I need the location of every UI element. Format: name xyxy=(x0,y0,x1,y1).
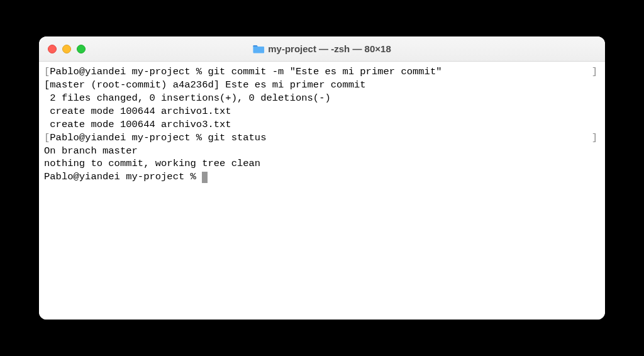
terminal-text: [master (root-commit) a4a236d] Este es m… xyxy=(44,79,366,91)
bracket-right: ] xyxy=(592,131,597,145)
bracket-left: [ xyxy=(44,66,50,77)
terminal-text: Pablo@yiandei my-project % git status xyxy=(50,132,266,143)
minimize-button[interactable] xyxy=(62,45,71,53)
terminal-line: nothing to commit, working tree clean xyxy=(44,157,600,170)
window-title: my-project — -zsh — 80×18 xyxy=(253,43,391,54)
folder-icon xyxy=(253,44,264,53)
bracket-left: [ xyxy=(44,132,50,143)
terminal-text: 2 files changed, 0 insertions(+), 0 dele… xyxy=(44,92,331,104)
terminal-line: 2 files changed, 0 insertions(+), 0 dele… xyxy=(44,92,600,105)
terminal-line: [Pablo@yiandei my-project % git status] xyxy=(44,131,600,145)
cursor xyxy=(202,172,208,183)
terminal-line: Pablo@yiandei my-project % xyxy=(44,170,600,184)
maximize-button[interactable] xyxy=(77,45,86,53)
terminal-text: Pablo@yiandei my-project % xyxy=(44,171,202,182)
close-button[interactable] xyxy=(48,45,57,53)
terminal-line: create mode 100644 archivo1.txt xyxy=(44,105,600,118)
title-bar: my-project — -zsh — 80×18 xyxy=(39,36,605,62)
terminal-text: create mode 100644 archivo3.txt xyxy=(44,119,231,130)
terminal-text: nothing to commit, working tree clean xyxy=(44,158,260,169)
terminal-line: create mode 100644 archivo3.txt xyxy=(44,118,600,131)
traffic-lights xyxy=(48,45,86,53)
terminal-text: Pablo@yiandei my-project % git commit -m… xyxy=(50,66,441,77)
terminal-text: On branch master xyxy=(44,145,138,157)
terminal-line: On branch master xyxy=(44,145,600,158)
terminal-body[interactable]: [Pablo@yiandei my-project % git commit -… xyxy=(39,62,605,320)
terminal-window: my-project — -zsh — 80×18 [Pablo@yiandei… xyxy=(39,36,605,320)
window-title-text: my-project — -zsh — 80×18 xyxy=(268,43,391,54)
bracket-right: ] xyxy=(592,65,597,79)
terminal-line: [master (root-commit) a4a236d] Este es m… xyxy=(44,79,600,92)
terminal-text: create mode 100644 archivo1.txt xyxy=(44,106,231,117)
terminal-line: [Pablo@yiandei my-project % git commit -… xyxy=(44,65,600,79)
